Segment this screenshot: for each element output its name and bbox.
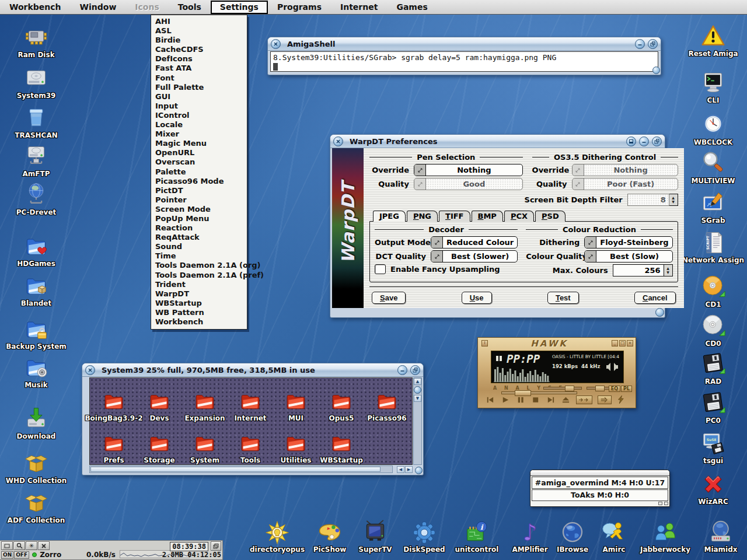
menu-item-asl[interactable]: ASL	[151, 26, 247, 36]
fancy-upsampling-checkbox[interactable]	[375, 264, 386, 274]
dithering-cycle[interactable]: Floyd-Steinberg	[584, 236, 672, 249]
desktop-icon-pc-drevet[interactable]: PC-Drevet	[4, 182, 68, 216]
eject-button[interactable]	[561, 396, 571, 404]
menu-item-font[interactable]: Font	[151, 74, 247, 83]
desktop-icon-rad[interactable]: RAD	[681, 351, 745, 386]
drawer-item-expansion[interactable]: Expansion	[182, 380, 228, 422]
iconify-icon[interactable]	[397, 365, 407, 375]
window-tool-icon[interactable]	[1, 541, 13, 550]
menubar-item-window[interactable]: Window	[71, 1, 126, 14]
desktop-icon-adf-collection[interactable]: ADF Collection	[4, 490, 68, 524]
horizontal-scrollbar[interactable]	[89, 466, 393, 473]
shell-output[interactable]: 8.System39:Utilities/SGrab> sgrab delay=…	[270, 51, 658, 72]
drawer-item-storage[interactable]: Storage	[137, 422, 182, 464]
iconify-icon[interactable]	[626, 136, 636, 146]
menu-item-gui[interactable]: GUI	[151, 92, 247, 102]
drawer-item-picasso96[interactable]: Picasso96	[364, 380, 410, 422]
scroll-right-icon[interactable]: ▶	[405, 466, 413, 473]
menu-item-full-palette[interactable]: Full Palette	[151, 83, 247, 92]
desktop-icon-multiview[interactable]: MULTIVIEW	[681, 150, 745, 185]
close-icon[interactable]	[38, 541, 50, 550]
desktop-icon-cd1[interactable]: CD1	[681, 274, 745, 309]
warpdt-titlebar[interactable]: WarpDT Preferences	[330, 135, 665, 148]
use-button[interactable]: Use	[462, 292, 492, 304]
desktop-icon-sgrab[interactable]: SGrab	[681, 190, 745, 225]
drawer-item-internet[interactable]: Internet	[228, 380, 273, 422]
menu-icon[interactable]: I	[481, 340, 488, 346]
drawer-item-utilities[interactable]: Utilities	[273, 422, 319, 464]
irc-titlebar[interactable]	[530, 470, 669, 476]
tab-psd[interactable]: PSD	[535, 211, 566, 222]
drawer-item-wbstartup[interactable]: WBStartup	[319, 422, 364, 464]
menu-item-wbstartup[interactable]: WBStartup	[151, 299, 247, 308]
desktop-icon-pc0[interactable]: PC0	[681, 390, 745, 425]
zoom-icon[interactable]	[648, 39, 658, 49]
output-mode-cycle[interactable]: Reduced Colour	[431, 236, 518, 249]
menu-item-pointer[interactable]: Pointer	[151, 195, 247, 205]
menubar-item-internet[interactable]: Internet	[331, 1, 387, 14]
drawer-item-opus5[interactable]: Opus5	[319, 380, 364, 422]
desktop-icon-system39[interactable]: System39	[4, 65, 68, 100]
scroll-down-icon[interactable]: ▼	[414, 395, 421, 402]
scrollbar-thumb[interactable]	[90, 467, 381, 472]
close-icon[interactable]	[271, 39, 281, 49]
menubar-item-programs[interactable]: Programs	[268, 1, 331, 14]
drawer-item-boingbag3-9-2[interactable]: BoingBag3.9-2	[91, 380, 137, 422]
tab-bmp[interactable]: BMP	[472, 211, 503, 222]
desktop-icon-musik[interactable]: Musik	[4, 355, 68, 389]
zoom-icon[interactable]	[652, 136, 662, 146]
eq-button[interactable]: EQ	[609, 386, 620, 392]
repeat-button[interactable]	[598, 396, 612, 404]
scroll-up-icon[interactable]: ▲	[414, 378, 421, 385]
close-icon[interactable]	[333, 136, 343, 146]
menu-item-popup-menu[interactable]: PopUp Menu	[151, 214, 247, 223]
volume-slider[interactable]	[543, 387, 582, 390]
menu-item-pictdt[interactable]: PictDT	[151, 186, 247, 195]
pause-button[interactable]	[515, 396, 525, 404]
desktop-icon-reset-amiga[interactable]: Reset Amiga	[681, 23, 745, 58]
desktop-icon-wbclock[interactable]: WBCLOCK	[681, 112, 745, 146]
clock-tool-icon[interactable]	[211, 541, 221, 551]
drawer-item-mui[interactable]: MUI	[273, 380, 319, 422]
scrollbar-thumb[interactable]	[414, 386, 421, 394]
cancel-button[interactable]: Cancel	[634, 292, 676, 304]
iconify-icon[interactable]	[635, 39, 645, 49]
vertical-scrollbar[interactable]: ▲ ▼	[413, 377, 422, 465]
menu-item-time[interactable]: Time	[151, 251, 247, 261]
stop-button[interactable]	[530, 396, 540, 404]
shade-icon[interactable]: □	[619, 340, 626, 346]
menu-item-locale[interactable]: Locale	[151, 120, 247, 130]
off-button[interactable]: OFF	[14, 551, 29, 559]
menu-item-magic-menu[interactable]: Magic Menu	[151, 139, 247, 148]
close-icon[interactable]: ×	[627, 340, 633, 346]
position-slider[interactable]	[501, 391, 577, 394]
dock-icon-miamidx[interactable]: Miamidx	[689, 520, 747, 554]
save-button[interactable]: Save	[372, 292, 406, 304]
drawer-item-devs[interactable]: Devs	[137, 380, 182, 422]
menu-item-warpdt[interactable]: WarpDT	[151, 289, 247, 299]
desktop-icon-blandet[interactable]: Blandet	[4, 273, 68, 307]
menu-item-overscan[interactable]: Overscan	[151, 158, 247, 167]
menu-item-screen-mode[interactable]: Screen Mode	[151, 205, 247, 214]
hawk-titlebar[interactable]: I HAWK _ □ ×	[478, 338, 636, 349]
play-button[interactable]	[500, 396, 510, 404]
depth-icon[interactable]	[639, 136, 649, 146]
desktop-icon-backup-system[interactable]: Backup System	[4, 316, 68, 351]
menu-item-birdie[interactable]: Birdie	[151, 36, 247, 45]
dct-quality-cycle[interactable]: Best (Slower)	[431, 250, 518, 262]
menubar-item-games[interactable]: Games	[387, 1, 437, 14]
close-icon[interactable]	[85, 365, 95, 375]
drawer-item-tools[interactable]: Tools	[228, 422, 273, 464]
shuffle-button[interactable]	[576, 396, 592, 404]
menubar-item-settings[interactable]: Settings	[211, 1, 268, 14]
desktop-icon-cd0[interactable]: CD0	[681, 313, 745, 348]
next-button[interactable]	[546, 396, 556, 404]
drawer-item-system[interactable]: System	[182, 422, 228, 464]
menu-item-cachecdfs[interactable]: CacheCDFS	[151, 45, 247, 54]
colour-quality-cycle[interactable]: Best (Slow)	[584, 250, 672, 262]
spinner-arrows-icon[interactable]: ▲▼	[664, 264, 673, 276]
scroll-left-icon[interactable]: ◀	[397, 466, 404, 473]
menu-item-mixer[interactable]: Mixer	[151, 130, 247, 139]
menu-item-picasso96-mode[interactable]: Picasso96 Mode	[151, 177, 247, 186]
desktop-icon-whd-collection[interactable]: WHD Collection	[4, 450, 68, 485]
